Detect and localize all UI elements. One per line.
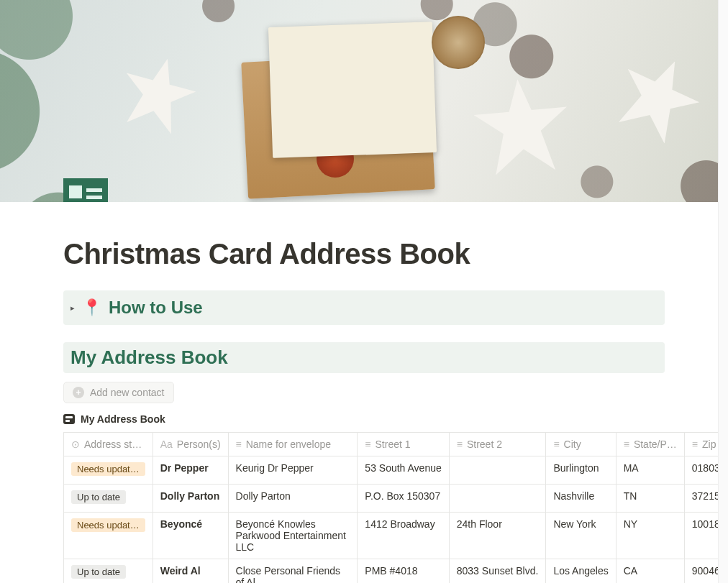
cell-person[interactable]: Dr Pepper [153,456,228,485]
cell-state[interactable]: CA [616,559,684,584]
cell-city[interactable]: Nashville [546,485,616,513]
cell-street1[interactable]: 53 South Avenue [358,456,449,485]
col-header-person[interactable]: AaPerson(s) [153,433,228,456]
status-pill: Up to date [71,490,126,504]
cell-person[interactable]: Weird Al [153,559,228,584]
card-decoration [268,22,437,158]
cell-street2[interactable] [449,485,546,513]
cell-city[interactable]: New York [546,513,616,559]
pin-icon: 📍 [82,300,101,316]
cell-street2[interactable]: 24th Floor [449,513,546,559]
text-column-icon: ≡ [236,439,242,450]
text-column-icon: ≡ [624,439,629,450]
cell-envelope[interactable]: Close Personal Friends of Al [228,559,358,584]
cell-state[interactable]: TN [616,485,684,513]
cover-image [0,0,728,202]
cell-state[interactable]: NY [616,513,684,559]
status-pill: Needs updat… [71,462,145,476]
section-heading[interactable]: My Address Book [70,346,658,369]
cell-street1[interactable]: 1412 Broadway [358,513,449,559]
title-column-icon: Aa [160,439,173,450]
address-table: ⊙Address st… AaPerson(s) ≡Name for envel… [63,432,728,583]
how-to-use-callout[interactable]: ▸ 📍 How to Use [63,290,665,325]
col-header-state[interactable]: ≡State/P… [616,433,684,456]
col-header-street2[interactable]: ≡Street 2 [449,433,546,456]
twine-decoration [432,16,485,69]
cell-status[interactable]: Needs updat… [64,456,153,485]
cell-envelope[interactable]: Keurig Dr Pepper [228,456,358,485]
cell-envelope[interactable]: Dolly Parton [228,485,358,513]
address-table-wrapper: ⊙Address st… AaPerson(s) ≡Name for envel… [63,432,728,583]
text-column-icon: ≡ [692,439,698,450]
col-header-envelope[interactable]: ≡Name for envelope [228,433,358,456]
col-header-street1[interactable]: ≡Street 1 [358,433,449,456]
snowflake-decoration [114,50,202,137]
col-header-status[interactable]: ⊙Address st… [64,433,153,456]
cell-person[interactable]: Dolly Parton [153,485,228,513]
status-pill: Up to date [71,565,126,579]
database-view-name: My Address Book [81,413,165,425]
table-view-icon [63,414,75,424]
database-view-tab[interactable]: My Address Book [63,413,665,429]
cell-city[interactable]: Los Angeles [546,559,616,584]
how-to-use-title: How to Use [109,298,203,318]
cell-street1[interactable]: PMB #4018 [358,559,449,584]
snowflake-decoration [606,45,711,150]
table-header-row: ⊙Address st… AaPerson(s) ≡Name for envel… [64,433,729,456]
status-column-icon: ⊙ [71,439,80,450]
plus-circle-icon: + [73,387,84,398]
table-row[interactable]: Needs updat…Dr PepperKeurig Dr Pepper53 … [64,456,729,485]
toggle-triangle-icon[interactable]: ▸ [70,303,75,313]
page-title[interactable]: Christmas Card Address Book [63,238,665,270]
cell-street1[interactable]: P.O. Box 150307 [358,485,449,513]
cell-status[interactable]: Up to date [64,485,153,513]
text-column-icon: ≡ [553,439,559,450]
snowflake-decoration [471,75,573,177]
cell-city[interactable]: Burlington [546,456,616,485]
section-heading-block: My Address Book [63,342,665,373]
text-column-icon: ≡ [457,439,463,450]
table-body: Needs updat…Dr PepperKeurig Dr Pepper53 … [64,456,729,584]
vertical-scrollbar[interactable] [718,0,728,583]
cell-status[interactable]: Needs updat… [64,513,153,559]
cell-state[interactable]: MA [616,456,684,485]
cell-envelope[interactable]: Beyoncé Knowles Parkwood Entertainment L… [228,513,358,559]
table-row[interactable]: Up to dateWeird AlClose Personal Friends… [64,559,729,584]
table-row[interactable]: Up to dateDolly PartonDolly PartonP.O. B… [64,485,729,513]
cell-status[interactable]: Up to date [64,559,153,584]
cell-person[interactable]: Beyoncé [153,513,228,559]
page-icon[interactable] [63,178,108,202]
cell-street2[interactable]: 8033 Sunset Blvd. [449,559,546,584]
status-pill: Needs updat… [71,518,145,532]
add-new-contact-button[interactable]: + Add new contact [63,382,174,403]
add-new-contact-label: Add new contact [90,387,165,398]
table-row[interactable]: Needs updat…BeyoncéBeyoncé Knowles Parkw… [64,513,729,559]
col-header-city[interactable]: ≡City [546,433,616,456]
text-column-icon: ≡ [365,439,370,450]
cell-street2[interactable] [449,456,546,485]
